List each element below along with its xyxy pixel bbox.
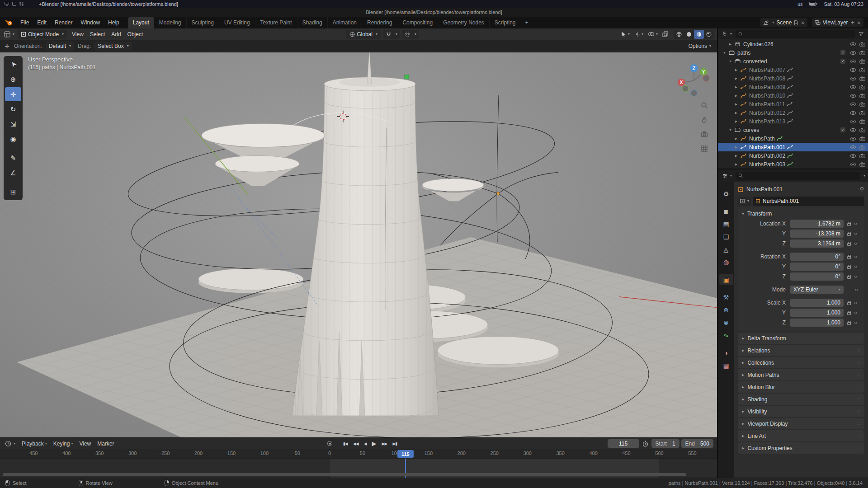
keyboard-layout-indicator[interactable]: us <box>797 1 803 7</box>
frame-start-field[interactable]: Start1 <box>651 439 679 448</box>
hide-in-viewport-toggle[interactable] <box>850 136 856 141</box>
hide-in-viewport-toggle[interactable] <box>850 119 856 124</box>
location-x-field[interactable]: -1.6782 m <box>790 220 844 228</box>
scale-x-field[interactable]: 1.000 <box>790 299 844 307</box>
timeline-menu-view[interactable]: View <box>76 438 94 449</box>
snap-toggle-button[interactable] <box>384 30 393 38</box>
menu-help[interactable]: Help <box>104 17 123 28</box>
properties-tab-scene[interactable]: ◬ <box>719 244 733 255</box>
shading-rendered-button[interactable] <box>704 30 714 39</box>
workspace-tab-texture-paint[interactable]: Texture Paint <box>255 17 297 28</box>
jump-to-end-button[interactable]: ▶▮ <box>390 441 399 447</box>
z-field[interactable]: 1.000 <box>790 319 844 327</box>
viewport-menu-object[interactable]: Object <box>124 28 146 40</box>
new-viewlayer-button[interactable] <box>850 20 855 25</box>
expand-toggle[interactable]: ▶ <box>734 111 739 115</box>
panel-delta-transform[interactable]: ▶ Delta Transform ∷ <box>738 333 864 344</box>
hide-in-viewport-toggle[interactable] <box>850 42 856 47</box>
viewport-3d[interactable]: User Perspective (115) paths | NurbsPath… <box>0 52 717 437</box>
y-field[interactable]: -13.208 m <box>790 230 844 238</box>
outliner-row-nurbspath-010[interactable]: ▶ NurbsPath.010 <box>718 91 868 100</box>
animate-property-dot[interactable] <box>854 302 857 304</box>
playhead[interactable]: 115 <box>397 450 414 458</box>
timeline-menu-playback[interactable]: Playback▾ <box>19 438 50 449</box>
tower[interactable] <box>289 52 443 422</box>
tool-annotate[interactable]: ✎ <box>5 151 21 165</box>
outliner-row-nurbspath-012[interactable]: ▶ NurbsPath.012 <box>718 108 868 117</box>
workspace-tab-compositing[interactable]: Compositing <box>397 17 438 28</box>
disable-in-renders-toggle[interactable] <box>859 76 865 81</box>
workspace-tab-modeling[interactable]: Modeling <box>154 17 187 28</box>
collection-checkbox[interactable]: ✓ <box>840 50 845 55</box>
show-overlays-toggle[interactable]: ▾ <box>646 30 660 39</box>
tool-scale[interactable]: ⇲ <box>5 117 21 131</box>
outliner-row-converted[interactable]: ▼ converted ✓ <box>718 57 868 66</box>
outliner-row-nurbspath-002[interactable]: ▶ NurbsPath.002 <box>718 151 868 160</box>
tool-transform[interactable]: ◉ <box>5 132 21 146</box>
properties-tab-material[interactable]: ◑ <box>719 347 733 358</box>
hide-in-viewport-toggle[interactable] <box>850 162 856 167</box>
disable-in-renders-toggle[interactable] <box>859 85 865 89</box>
expand-toggle[interactable]: ▶ <box>734 85 739 89</box>
panel-line-art[interactable]: ▶ Line Art ∷ <box>738 430 864 441</box>
play-button[interactable]: ▶ <box>370 439 379 448</box>
panel-shading[interactable]: ▶ Shading ∷ <box>738 394 864 405</box>
panel-collections[interactable]: ▶ Collections ∷ <box>738 357 864 368</box>
expand-toggle[interactable]: ▶ <box>734 103 739 106</box>
expand-toggle[interactable]: ▶ <box>734 145 739 149</box>
outliner-search-box[interactable] <box>736 30 855 38</box>
os-app-icon[interactable] <box>12 2 16 6</box>
green-cube[interactable] <box>405 75 409 79</box>
expand-toggle[interactable]: ▶ <box>734 154 739 158</box>
hide-in-viewport-toggle[interactable] <box>850 94 856 98</box>
disable-in-renders-toggle[interactable] <box>859 59 865 64</box>
navigation-gizmo[interactable]: Z Y X <box>676 62 712 98</box>
properties-tab-view-layer[interactable]: ❏ <box>719 231 733 242</box>
next-keyframe-button[interactable]: ▶▶ <box>380 441 390 447</box>
panel-viewport-display[interactable]: ▶ Viewport Display ∷ <box>738 418 864 429</box>
hide-in-viewport-toggle[interactable] <box>850 111 856 115</box>
shading-solid-button[interactable] <box>684 30 694 39</box>
properties-tab-constraints[interactable]: ⊗ <box>719 317 733 328</box>
os-clock[interactable]: Sat, 03 Aug 07:23 <box>824 1 863 7</box>
timeline-ruler[interactable]: 115 -450-400-350-300-250-200-150-100-500… <box>0 449 717 459</box>
tool-cursor[interactable]: ⊕ <box>5 72 21 86</box>
transform-panel-header[interactable]: ▼ Transform <box>740 208 863 219</box>
workspace-tab-geometry-nodes[interactable]: Geometry Nodes <box>438 17 490 28</box>
lock-icon[interactable] <box>847 276 851 279</box>
os-display-icon[interactable] <box>5 2 9 6</box>
transform-orientation-dropdown[interactable]: Global ▾ <box>346 30 381 39</box>
z-field[interactable]: 0° <box>790 272 844 281</box>
proportional-editing-button[interactable] <box>403 30 412 38</box>
tool-rotate[interactable]: ↻ <box>5 102 21 116</box>
mode-dropdown[interactable]: Object Mode ▾ <box>18 30 67 39</box>
disable-in-renders-toggle[interactable] <box>859 51 865 55</box>
hide-in-viewport-toggle[interactable] <box>850 68 856 72</box>
menu-edit[interactable]: Edit <box>33 17 51 28</box>
y-field[interactable]: 1.000 <box>790 309 844 317</box>
hide-in-viewport-toggle[interactable] <box>850 76 856 81</box>
collection-checkbox[interactable]: ✓ <box>840 59 845 64</box>
disable-in-renders-toggle[interactable] <box>859 154 865 158</box>
hide-in-viewport-toggle[interactable] <box>850 154 856 158</box>
animate-property-dot[interactable] <box>854 243 857 245</box>
disable-in-renders-toggle[interactable] <box>859 68 865 72</box>
breadcrumb-object-name[interactable]: NurbsPath.001 <box>746 186 783 192</box>
timeline-scrollbar[interactable] <box>3 473 686 476</box>
blender-logo-icon[interactable] <box>2 17 16 28</box>
hide-in-viewport-toggle[interactable] <box>850 145 856 150</box>
rotation-x-field[interactable]: 0° <box>790 253 844 261</box>
properties-tab-modifiers[interactable]: ⚒ <box>719 291 733 303</box>
drag-dropdown[interactable]: Select Box▾ <box>94 42 132 51</box>
frame-end-field[interactable]: End500 <box>681 439 713 448</box>
new-scene-button[interactable] <box>794 20 798 25</box>
outliner-row-nurbspath-001[interactable]: ▶ NurbsPath.001 <box>718 143 868 151</box>
workspace-tab-layout[interactable]: Layout <box>128 17 154 28</box>
disable-in-renders-toggle[interactable] <box>859 136 865 141</box>
lock-icon[interactable] <box>847 243 851 246</box>
disable-in-renders-toggle[interactable] <box>859 94 865 98</box>
gizmo-neg-z[interactable] <box>691 90 697 96</box>
workspace-tab-scripting[interactable]: Scripting <box>490 17 521 28</box>
current-frame-field[interactable]: 115 <box>608 439 639 448</box>
disable-in-renders-toggle[interactable] <box>859 119 865 124</box>
